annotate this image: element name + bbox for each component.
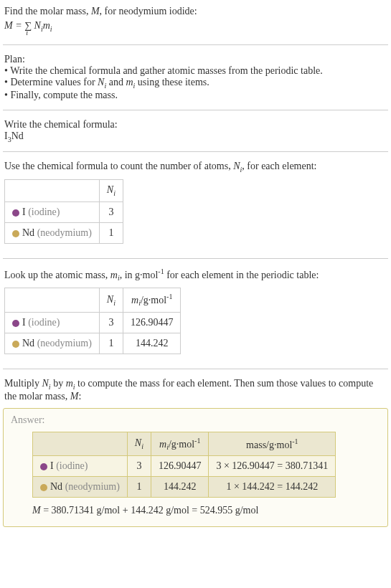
intro-line1-end: , for neodymium iodide: <box>100 6 197 16</box>
col-m-header: mi/g·mol-1 <box>123 288 181 312</box>
lookup-heading: Look up the atomic mass, mi, in g·mol-1 … <box>4 267 387 282</box>
chemformula-heading: Write the chemical formula: <box>4 119 387 131</box>
col-mass-header: mass/g·mol-1 <box>209 432 336 455</box>
neodymium-n: 1 <box>99 333 123 354</box>
empty-header <box>5 180 100 202</box>
molar-mass-formula: M = ∑i Nimi <box>4 20 387 33</box>
iodine-cell: I (iodine) <box>5 312 100 333</box>
chemformula-value: I3Nd <box>4 131 387 143</box>
count-section: Use the chemical formula to count the nu… <box>3 158 388 252</box>
table-header-row: Ni mi/g·mol-1 mass/g·mol-1 <box>33 432 336 455</box>
multiply-heading: Multiply Ni by mi to compute the mass fo… <box>4 378 387 402</box>
iodine-m: 126.90447 <box>151 456 209 477</box>
count-heading: Use the chemical formula to count the nu… <box>4 161 387 174</box>
neodymium-cell: Nd (neodymium) <box>5 333 100 354</box>
divider <box>3 258 388 259</box>
iodine-n: 3 <box>99 201 123 222</box>
table-header-row: Ni mi/g·mol-1 <box>5 288 181 312</box>
table-row: Nd (neodymium) 1 144.242 <box>5 333 181 354</box>
col-n-header: Ni <box>99 180 123 202</box>
plan-bullet1: • Write the chemical formula and gather … <box>4 65 387 77</box>
answer-label: Answer: <box>11 414 380 426</box>
intro-section: Find the molar mass, M, for neodymium io… <box>3 3 388 39</box>
formula-lhs: M <box>4 20 13 31</box>
table-row: I (iodine) 3 <box>5 201 123 222</box>
formula-rhs-m-sub: i <box>50 25 52 33</box>
iodine-n: 3 <box>127 456 151 477</box>
col-n-header: Ni <box>99 288 123 312</box>
table-header-row: Ni <box>5 180 123 202</box>
iodine-cell: I (iodine) <box>5 201 100 222</box>
formula-eq: = <box>13 20 24 31</box>
plan-bullet3: • Finally, compute the mass. <box>4 90 387 101</box>
empty-header <box>33 432 128 455</box>
neodymium-m: 144.242 <box>151 477 209 498</box>
chemical-formula-section: Write the chemical formula: I3Nd <box>3 116 388 146</box>
lookup-table: Ni mi/g·mol-1 I (iodine) 3 126.90447 Nd … <box>4 288 181 354</box>
formula-rhs-m: m <box>43 20 50 31</box>
lookup-section: Look up the atomic mass, mi, in g·mol-1 … <box>3 265 388 363</box>
divider <box>3 110 388 110</box>
intro-var-m: M <box>91 6 100 16</box>
neodymium-dot-icon <box>40 484 47 491</box>
empty-header <box>5 288 100 312</box>
plan-heading: Plan: <box>4 54 387 65</box>
neodymium-n: 1 <box>127 477 151 498</box>
formula-sum-sub: i <box>26 29 28 37</box>
table-row: I (iodine) 3 126.90447 <box>5 312 181 333</box>
iodine-mass: 3 × 126.90447 = 380.71341 <box>209 456 336 477</box>
final-result: M = 380.71341 g/mol + 144.242 g/mol = 52… <box>32 505 380 516</box>
divider <box>3 44 388 45</box>
neodymium-dot-icon <box>12 341 19 348</box>
iodine-dot-icon <box>40 463 47 470</box>
col-m-header: mi/g·mol-1 <box>151 432 209 455</box>
iodine-cell: I (iodine) <box>33 456 128 477</box>
iodine-m: 126.90447 <box>123 312 181 333</box>
iodine-dot-icon <box>12 209 19 217</box>
count-table: Ni I (iodine) 3 Nd (neodymium) 1 <box>4 179 123 244</box>
neodymium-mass: 1 × 144.242 = 144.242 <box>209 477 336 498</box>
table-row: I (iodine) 3 126.90447 3 × 126.90447 = 3… <box>33 456 336 477</box>
intro-line1: Find the molar mass, <box>4 6 91 16</box>
neodymium-cell: Nd (neodymium) <box>5 222 100 243</box>
plan-section: Plan: • Write the chemical formula and g… <box>3 51 388 104</box>
divider <box>3 151 388 152</box>
formula-rhs-n: N <box>32 20 41 31</box>
plan-bullet2: • Determine values for Ni and mi using t… <box>4 77 387 90</box>
multiply-section: Multiply Ni by mi to compute the mass fo… <box>3 375 388 405</box>
table-row: Nd (neodymium) 1 <box>5 222 123 243</box>
table-row: Nd (neodymium) 1 144.242 1 × 144.242 = 1… <box>33 477 336 498</box>
iodine-dot-icon <box>12 320 19 327</box>
neodymium-n: 1 <box>99 222 123 243</box>
answer-box: Answer: Ni mi/g·mol-1 mass/g·mol-1 I (io… <box>3 408 388 527</box>
col-n-header: Ni <box>127 432 151 455</box>
neodymium-m: 144.242 <box>123 333 181 354</box>
neodymium-cell: Nd (neodymium) <box>33 477 128 498</box>
divider <box>3 369 388 369</box>
intro-text: Find the molar mass, M, for neodymium io… <box>4 6 387 17</box>
answer-table: Ni mi/g·mol-1 mass/g·mol-1 I (iodine) 3 … <box>32 432 336 498</box>
neodymium-dot-icon <box>12 230 19 237</box>
iodine-n: 3 <box>99 312 123 333</box>
